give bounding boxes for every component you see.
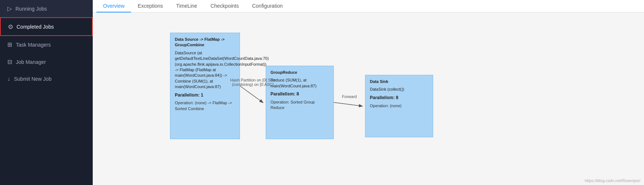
running-jobs-icon: ▷ [7,5,12,12]
sidebar-item-running-jobs[interactable]: ▷Running Jobs [0,0,93,17]
arrow-label: Forward [324,94,375,99]
tab-checkpoints[interactable]: Checkpoints [204,0,245,12]
submit-new-job-icon: ↓ [7,76,10,82]
tab-exceptions[interactable]: Exceptions [131,0,169,12]
arrow-label: Hash Partition on [0] Sort (combining) o… [227,78,279,87]
sidebar-item-label: Completed Jobs [17,24,54,30]
node-description: DataSink (collect()) [370,87,428,92]
task-managers-icon: ⊞ [7,41,12,48]
main-content: OverviewExceptionsTimeLineCheckpointsCon… [93,0,644,185]
tab-configuration[interactable]: Configuration [245,0,289,12]
node-description: Reduce (SUM(1), at main(WordCount.java:8… [270,77,329,89]
sidebar-item-label: Task Managers [16,42,51,48]
sidebar-item-label: Submit New Job [14,76,52,82]
node-title: Data Sink [370,79,428,84]
sidebar-item-label: Job Manager [16,59,46,65]
sidebar-item-job-manager[interactable]: ⊟Job Manager [0,53,93,70]
canvas: Data Source -> FlatMap -> GroupCombine D… [93,12,644,185]
tab-timeline[interactable]: TimeLine [170,0,204,12]
sidebar-item-submit-new-job[interactable]: ↓Submit New Job [0,70,93,87]
node-operation: Operation: (none) -> FlatMap -> Sorted C… [175,100,235,112]
completed-jobs-icon: ⊙ [8,23,13,30]
node-title: Data Source -> FlatMap -> GroupCombine [175,37,235,48]
node-title: GroupReduce [270,70,329,75]
svg-line-1 [334,102,362,106]
node-operation: Operation: Sorted Group Reduce [270,99,329,111]
tab-bar: OverviewExceptionsTimeLineCheckpointsCon… [93,0,644,12]
sidebar: ▷Running Jobs⊙Completed Jobs⊞Task Manage… [0,0,93,185]
node-parallelism: Parallelism: 8 [370,95,428,101]
job-node-node3[interactable]: Data Sink DataSink (collect()) Paralleli… [365,75,433,137]
job-node-node2[interactable]: GroupReduce Reduce (SUM(1), at main(Word… [266,66,334,139]
svg-line-0 [240,86,263,102]
sidebar-item-task-managers[interactable]: ⊞Task Managers [0,36,93,53]
node-description: DataSource (at getDefaultTextLineDataSet… [175,50,235,90]
node-operation: Operation: (none) [370,103,428,109]
sidebar-item-completed-jobs[interactable]: ⊙Completed Jobs [0,17,93,36]
node-parallelism: Parallelism: 8 [270,91,329,97]
watermark: https://blog.csdn.net/Rosenjon/ [585,178,640,183]
node-parallelism: Parallelism: 1 [175,92,235,98]
job-manager-icon: ⊟ [7,58,12,65]
tab-overview[interactable]: Overview [96,0,131,12]
sidebar-item-label: Running Jobs [15,6,47,12]
